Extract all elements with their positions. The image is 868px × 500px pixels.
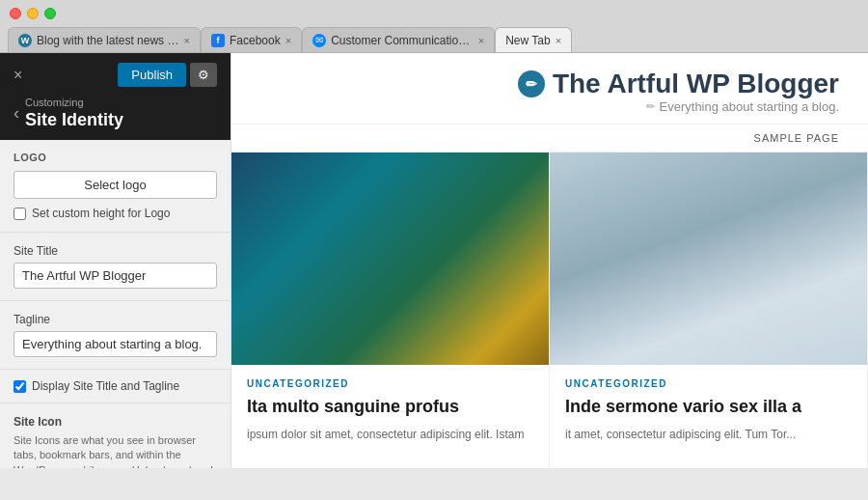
site-icon-description: Site Icons are what you see in browser t… [14, 433, 217, 468]
gear-button[interactable]: ⚙ [190, 63, 217, 87]
site-title-field: Site Title [0, 233, 231, 301]
display-checkbox-label[interactable]: Display Site Title and Tagline [32, 379, 179, 393]
site-title-input[interactable] [14, 263, 217, 289]
tab-2-close[interactable]: × [285, 35, 291, 46]
publish-label: Publish [131, 68, 173, 82]
logo-label: Logo [14, 152, 217, 163]
browser-tab-4[interactable]: New Tab × [495, 27, 572, 52]
card-1-image-placeholder [231, 153, 549, 365]
site-header: ✏ The Artful WP Blogger ✏ Everything abo… [231, 53, 868, 125]
site-tagline-text: Everything about starting a blog. [660, 99, 839, 114]
site-logo-icon: ✏ [518, 70, 545, 97]
tab-4-close[interactable]: × [556, 35, 561, 46]
card-2-body: UNCATEGORIZED Inde sermone vario sex ill… [550, 365, 867, 457]
select-logo-button[interactable]: Select logo [14, 171, 217, 199]
customizing-label: Customizing [25, 97, 123, 108]
customizer-panel: × Publish ⚙ ‹ Customizing Site Identity [0, 53, 231, 468]
close-window-button[interactable] [10, 8, 21, 19]
card-1-category: UNCATEGORIZED [247, 378, 533, 389]
minimize-window-button[interactable] [27, 8, 39, 19]
tagline-field: Tagline [0, 301, 231, 370]
back-button[interactable]: ‹ [14, 103, 19, 124]
tab-3-close[interactable]: × [478, 35, 484, 46]
site-name-text: The Artful WP Blogger [553, 69, 839, 99]
customizer-header: × Publish ⚙ ‹ Customizing Site Identity [0, 53, 231, 140]
site-tagline: ✏ Everything about starting a blog. [518, 99, 839, 114]
display-checkbox-row: Display Site Title and Tagline [0, 370, 231, 403]
site-title-label: Site Title [14, 244, 217, 258]
panel-content: Logo Select logo Set custom height for L… [0, 140, 231, 468]
site-icon-label: Site Icon [14, 415, 217, 429]
site-nav: SAMPLE PAGE [231, 125, 868, 153]
section-title: Site Identity [25, 110, 123, 130]
main-layout: × Publish ⚙ ‹ Customizing Site Identity [0, 53, 868, 468]
publish-button[interactable]: Publish [118, 63, 186, 87]
card-1-body: UNCATEGORIZED Ita multo sanguine profus … [231, 365, 549, 457]
card-1-title[interactable]: Ita multo sanguine profus [247, 397, 533, 418]
blog-card-2: UNCATEGORIZED Inde sermone vario sex ill… [550, 153, 868, 468]
browser-tab-2[interactable]: f Facebook × [201, 27, 302, 52]
site-brand: ✏ The Artful WP Blogger ✏ Everything abo… [518, 69, 839, 114]
tab-4-label: New Tab [505, 34, 550, 47]
browser-tab-1[interactable]: W Blog with the latest news and ... × [8, 27, 201, 52]
card-2-image [550, 153, 867, 365]
messenger-tab-icon: ✉ [312, 34, 326, 47]
card-2-title[interactable]: Inde sermone vario sex illa a [565, 397, 852, 418]
logo-section: Logo Select logo Set custom height for L… [0, 140, 231, 233]
tagline-pencil-icon: ✏ [646, 100, 655, 113]
blog-grid: UNCATEGORIZED Ita multo sanguine profus … [231, 153, 868, 468]
site-name: ✏ The Artful WP Blogger [518, 69, 839, 99]
display-title-tagline-checkbox[interactable] [14, 380, 26, 393]
custom-height-label[interactable]: Set custom height for Logo [32, 207, 170, 220]
blog-card-1: UNCATEGORIZED Ita multo sanguine profus … [231, 153, 550, 468]
site-icon-section: Site Icon Site Icons are what you see in… [0, 403, 231, 468]
tagline-label: Tagline [14, 313, 217, 326]
tab-2-label: Facebook [230, 34, 281, 47]
wordpress-tab-icon: W [18, 34, 32, 47]
tab-1-label: Blog with the latest news and ... [37, 34, 179, 47]
tabs-bar: W Blog with the latest news and ... × f … [0, 23, 868, 52]
card-2-excerpt: it amet, consectetur adipiscing elit. Tu… [565, 426, 852, 443]
browser-chrome: W Blog with the latest news and ... × f … [0, 0, 868, 53]
customizer-close-button[interactable]: × [14, 67, 22, 84]
card-1-image [231, 153, 549, 365]
facebook-tab-icon: f [211, 34, 225, 47]
card-2-category: UNCATEGORIZED [565, 378, 852, 389]
custom-height-checkbox[interactable] [14, 208, 26, 220]
tab-3-label: Customer Communication Pl... [331, 34, 474, 47]
card-1-excerpt: ipsum dolor sit amet, consectetur adipis… [247, 426, 533, 443]
card-2-image-placeholder [550, 153, 867, 365]
fullscreen-window-button[interactable] [44, 8, 56, 19]
custom-height-row: Set custom height for Logo [14, 207, 217, 220]
sample-page-link[interactable]: SAMPLE PAGE [754, 132, 839, 144]
browser-tab-3[interactable]: ✉ Customer Communication Pl... × [302, 27, 495, 52]
tagline-input[interactable] [14, 331, 217, 357]
traffic-lights [0, 0, 868, 23]
tab-1-close[interactable]: × [184, 35, 190, 46]
site-preview: ✏ The Artful WP Blogger ✏ Everything abo… [231, 53, 868, 468]
